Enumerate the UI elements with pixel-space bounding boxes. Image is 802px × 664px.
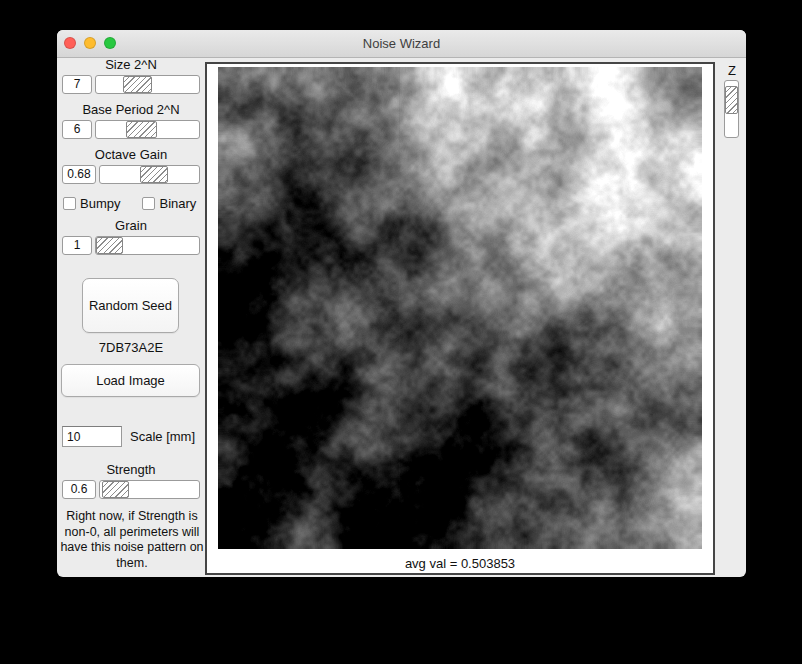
bumpy-checkbox-group: Bumpy xyxy=(63,196,120,211)
size-control: 7 xyxy=(62,75,200,94)
octave-gain-control: 0.68 xyxy=(62,165,200,184)
z-axis-label: Z xyxy=(721,63,743,78)
window-titlebar[interactable]: Noise Wizard xyxy=(57,30,746,58)
strength-help-text: Right now, if Strength is non-0, all per… xyxy=(57,509,207,571)
size-label: Size 2^N xyxy=(62,57,200,73)
noise-preview-image xyxy=(218,67,702,549)
octave-gain-value-field[interactable]: 0.68 xyxy=(62,165,96,184)
random-seed-button[interactable]: Random Seed xyxy=(82,278,179,333)
scale-label: Scale [mm] xyxy=(130,429,195,444)
z-slider-thumb[interactable] xyxy=(725,86,738,114)
base-period-control: 6 xyxy=(62,120,200,139)
bumpy-checkbox[interactable] xyxy=(63,197,76,210)
size-value-field[interactable]: 7 xyxy=(62,75,92,94)
grain-value-field[interactable]: 1 xyxy=(62,236,92,255)
noise-preview-frame: avg val = 0.503853 xyxy=(205,62,715,575)
noise-wizard-window: Noise Wizard Size 2^N 7 Base Period 2^N … xyxy=(57,30,746,577)
grain-slider-thumb[interactable] xyxy=(96,237,123,254)
base-period-label: Base Period 2^N xyxy=(62,102,200,118)
grain-control: 1 xyxy=(62,236,200,255)
desktop-background: Noise Wizard Size 2^N 7 Base Period 2^N … xyxy=(0,0,802,664)
load-image-button[interactable]: Load Image xyxy=(61,364,200,397)
octave-gain-label: Octave Gain xyxy=(62,147,200,163)
scale-control: Scale [mm] xyxy=(62,426,195,447)
seed-value-text: 7DB73A2E xyxy=(62,340,200,355)
window-title: Noise Wizard xyxy=(57,30,746,57)
octave-gain-slider-thumb[interactable] xyxy=(140,166,168,183)
z-slider[interactable] xyxy=(724,80,739,138)
size-slider[interactable] xyxy=(95,75,200,94)
grain-slider[interactable] xyxy=(95,236,200,255)
binary-checkbox-group: Binary xyxy=(142,196,196,211)
scale-input[interactable] xyxy=(62,426,122,447)
bumpy-checkbox-label: Bumpy xyxy=(80,196,120,211)
strength-value-field[interactable]: 0.6 xyxy=(62,480,96,499)
grain-label: Grain xyxy=(62,218,200,234)
octave-gain-slider[interactable] xyxy=(99,165,200,184)
base-period-value-field[interactable]: 6 xyxy=(62,120,92,139)
strength-control: 0.6 xyxy=(62,480,200,499)
size-slider-thumb[interactable] xyxy=(123,76,152,93)
base-period-slider-thumb[interactable] xyxy=(126,121,157,138)
binary-checkbox-label: Binary xyxy=(159,196,196,211)
strength-slider[interactable] xyxy=(99,480,200,499)
base-period-slider[interactable] xyxy=(95,120,200,139)
strength-label: Strength xyxy=(62,462,200,478)
binary-checkbox[interactable] xyxy=(142,197,155,210)
strength-slider-thumb[interactable] xyxy=(102,481,129,498)
avg-value-label: avg val = 0.503853 xyxy=(405,556,515,571)
noise-mode-checkboxes: Bumpy Binary xyxy=(63,196,200,211)
